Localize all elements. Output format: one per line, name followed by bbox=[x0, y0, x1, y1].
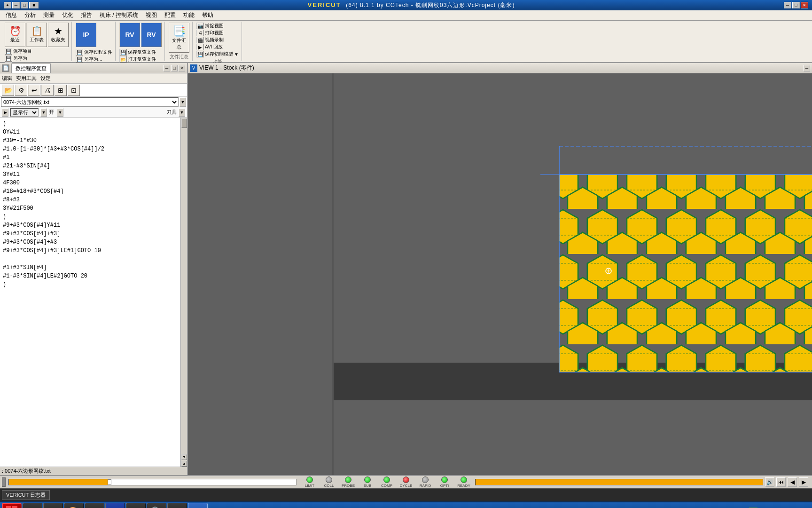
sub-indicator: SUB bbox=[358, 476, 377, 488]
window-btn[interactable]: 🖥 bbox=[167, 503, 187, 508]
ready-light bbox=[461, 476, 467, 483]
save-as-icon[interactable]: 💾 bbox=[5, 55, 12, 62]
nc-icon4[interactable]: 🖨 bbox=[41, 85, 54, 96]
nc-content[interactable]: ) OY#11 #30=-1*#30 #1.0-[1-#30]*[#3+#3*C… bbox=[0, 118, 187, 467]
nc-icon6[interactable]: ⊡ bbox=[68, 85, 80, 96]
svg-rect-20 bbox=[6, 506, 11, 508]
nc-scroll-down[interactable]: ▼ bbox=[181, 454, 187, 460]
nc-line-3: #30=-1*#30 bbox=[3, 136, 184, 145]
title-max-btn[interactable]: □ bbox=[21, 2, 28, 8]
nc-utils-btn[interactable]: 实用工具 bbox=[16, 75, 37, 82]
win-maximize-btn[interactable]: □ bbox=[792, 2, 800, 8]
progress-thumb[interactable] bbox=[108, 479, 111, 485]
paint-btn[interactable]: 🎨 bbox=[64, 503, 84, 508]
nc-line-9: #18=#18+#3*COS[#4] bbox=[3, 187, 184, 196]
file-dropdown[interactable]: 0074-六边形网纹.txt bbox=[1, 97, 179, 107]
title-bar-right-controls[interactable]: ─ □ ✕ bbox=[784, 2, 808, 8]
menu-config[interactable]: 配置 bbox=[161, 10, 180, 20]
ie-btn[interactable]: e bbox=[85, 503, 104, 508]
nc-scroll-thumb[interactable] bbox=[181, 119, 187, 128]
save-cut-model-icon[interactable]: 💾 bbox=[196, 51, 204, 57]
nc-scrollbar[interactable]: ▼ ▲ bbox=[180, 118, 187, 467]
win-close-btn[interactable]: ✕ bbox=[801, 2, 808, 8]
worksheet-btn[interactable]: 📋 工作表 bbox=[26, 23, 47, 47]
view-content[interactable] bbox=[188, 73, 812, 475]
rewind-btn[interactable]: ⏮ bbox=[776, 477, 786, 487]
save-project-icon[interactable]: 💾 bbox=[5, 48, 12, 55]
title-min-btn[interactable]: ─ bbox=[12, 2, 20, 8]
title-x-btn[interactable]: ■ bbox=[29, 2, 39, 8]
file-dropdown-arrow[interactable]: ▼ bbox=[180, 97, 186, 107]
vericut1-btn[interactable]: V bbox=[105, 503, 125, 508]
print-view-label: 打印视图 bbox=[205, 30, 224, 36]
forward-btn[interactable]: ▶ bbox=[799, 477, 808, 487]
nc-line-6: #21-#3*SIN[#4] bbox=[3, 162, 184, 170]
back-btn[interactable]: ◀ bbox=[788, 477, 797, 487]
log-tab[interactable]: VERICUT 日志器 bbox=[2, 490, 50, 500]
progress-handle-left[interactable] bbox=[2, 477, 6, 487]
display-select[interactable]: 显示行 bbox=[10, 108, 39, 117]
nc-icon5[interactable]: ⊞ bbox=[55, 85, 67, 96]
save-process-icon[interactable]: 💾 bbox=[76, 49, 83, 56]
nc-icon3[interactable]: ↩ bbox=[28, 85, 40, 96]
panel-minimize-btn[interactable]: ─ bbox=[164, 65, 170, 71]
excel-icon: X bbox=[29, 506, 36, 508]
favorites-btn[interactable]: ★ 收藏夹 bbox=[48, 23, 69, 47]
rv-btn[interactable]: RV bbox=[119, 23, 140, 47]
title-menu-btn[interactable]: ● bbox=[4, 2, 11, 8]
nc-edit-btn[interactable]: 编辑 bbox=[2, 75, 12, 82]
save-review-icon[interactable]: 💾 bbox=[119, 49, 127, 56]
explorer-btn[interactable]: 📁 bbox=[126, 503, 146, 508]
start-button[interactable] bbox=[2, 503, 22, 508]
nc-icon2[interactable]: ⚙ bbox=[15, 85, 27, 96]
menu-function[interactable]: 功能 bbox=[180, 10, 198, 20]
limit-indicator: LIMIT bbox=[300, 476, 319, 488]
save-review-label: 保存复查文件 bbox=[128, 49, 156, 56]
save-cut-model-arrow[interactable]: ▼ bbox=[234, 52, 239, 57]
title-bar-left-controls[interactable]: ● ─ □ ■ bbox=[4, 2, 39, 8]
open-review-icon[interactable]: 📂 bbox=[119, 56, 127, 63]
menu-report[interactable]: 报告 bbox=[77, 10, 96, 20]
feedrate-bar bbox=[475, 479, 763, 485]
recent-btn[interactable]: ⏰ 最近 bbox=[5, 23, 25, 47]
nc-viewer-tab[interactable]: 数控程序复查 bbox=[11, 64, 51, 73]
nc-settings-btn[interactable]: 设定 bbox=[40, 75, 51, 82]
menu-machine[interactable]: 机床 / 控制系统 bbox=[96, 10, 142, 20]
nc-scroll-up[interactable]: ▲ bbox=[181, 461, 187, 467]
menu-optimize[interactable]: 优化 bbox=[58, 10, 77, 20]
vericut2-btn[interactable]: V bbox=[188, 503, 208, 508]
win-minimize-btn[interactable]: ─ bbox=[784, 2, 791, 8]
panel-close-btn[interactable]: ✕ bbox=[179, 65, 185, 71]
display-arrow[interactable]: ▼ bbox=[40, 108, 47, 117]
video-record-icon[interactable]: 🎬 bbox=[196, 37, 204, 43]
view-header: V VIEW 1 - Stock (零件) ─ bbox=[188, 63, 812, 73]
panel-maximize-btn[interactable]: □ bbox=[171, 65, 178, 71]
tool-arrow[interactable]: ▼ bbox=[179, 108, 185, 117]
search-btn[interactable]: 🔍 bbox=[147, 503, 166, 508]
display-value-arrow[interactable]: ▼ bbox=[57, 108, 63, 117]
options-arrow1[interactable]: ▶ bbox=[2, 108, 8, 117]
menu-info[interactable]: 信息 bbox=[2, 10, 21, 20]
nc-icon1[interactable]: 📂 bbox=[2, 85, 14, 96]
menu-view[interactable]: 视图 bbox=[142, 10, 161, 20]
ip-btn[interactable]: IP bbox=[76, 23, 96, 47]
menu-measure[interactable]: 测量 bbox=[39, 10, 58, 20]
nc-panel-toolbar: 编辑 实用工具 设定 bbox=[0, 73, 187, 84]
print-view-icon[interactable]: 🖨 bbox=[196, 30, 204, 36]
volume-btn[interactable]: 🔊 bbox=[765, 477, 774, 487]
view-minimize-btn[interactable]: ─ bbox=[804, 65, 810, 71]
file-summary-btn[interactable]: 📑 文件汇总 bbox=[169, 23, 189, 53]
word-btn[interactable]: W bbox=[43, 503, 63, 508]
rv2-btn[interactable]: RV bbox=[141, 23, 162, 47]
menu-help[interactable]: 帮助 bbox=[198, 10, 217, 20]
nc-line-4: #1.0-[1-#30]*[#3+#3*COS[#4]]/2 bbox=[3, 145, 184, 153]
toolbar-summary-group: 📑 文件汇总 文件汇总 bbox=[166, 22, 193, 61]
save-process-as-icon[interactable]: 💾 bbox=[76, 56, 83, 63]
nc-line-19: #1-#3*SIN[#4]LE#2]GOTO 20 bbox=[3, 272, 184, 280]
display-value: 开 bbox=[49, 109, 54, 116]
file-selector: 0074-六边形网纹.txt ▼ bbox=[0, 97, 187, 107]
menu-analyze[interactable]: 分析 bbox=[21, 10, 39, 20]
excel-btn[interactable]: X bbox=[23, 503, 42, 508]
capture-view-icon[interactable]: 📷 bbox=[196, 23, 204, 29]
avi-playback-icon[interactable]: ▶ bbox=[196, 44, 204, 50]
